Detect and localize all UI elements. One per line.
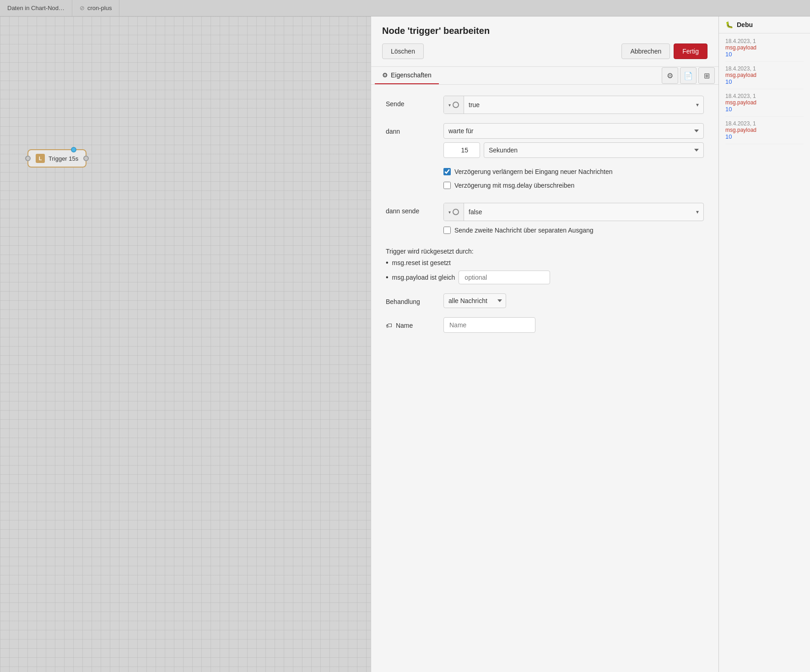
sende-row: Sende ▾ true false ▾: [386, 96, 704, 114]
debug-entries: 18.4.2023, 1 msg.payload 10 18.4.2023, 1…: [719, 33, 810, 149]
node-port-left: [25, 156, 31, 161]
checkbox1-row: Verzögerung verlängern bei Eingang neuer…: [443, 168, 704, 175]
panel-body: Sende ▾ true false ▾: [371, 85, 718, 672]
optional-input[interactable]: [459, 271, 550, 284]
debug-icon: 🐛: [725, 21, 733, 28]
behandlung-label: Behandlung: [386, 293, 436, 305]
debug-key-1: msg.payload: [725, 72, 804, 78]
panel-header: Node 'trigger' bearbeiten Löschen Abbrec…: [371, 16, 718, 67]
debug-key-3: msg.payload: [725, 127, 804, 133]
node-icon: L: [36, 154, 45, 163]
delay-number-input[interactable]: [443, 142, 480, 158]
dann-sende-prefix[interactable]: ▾: [444, 203, 464, 221]
reset-item2: msg.payload ist gleich: [386, 271, 704, 284]
second-msg-checkbox[interactable]: [443, 227, 451, 234]
name-control: [443, 317, 704, 333]
tab-icons: ⚙ 📄 ⊞: [662, 67, 715, 84]
behandlung-select-wrapper: alle Nachricht letzte Nachricht erste Na…: [443, 293, 506, 308]
debug-value-2: 10: [725, 106, 804, 113]
tab-cron[interactable]: ⊘ cron-plus: [72, 0, 119, 16]
dann-sende-row: dann sende ▾ false true ▾: [386, 203, 704, 238]
override-delay-label[interactable]: Verzögerung mit msg.delay überschreiben: [454, 182, 574, 189]
grid-tab-btn[interactable]: ⊞: [698, 67, 715, 84]
save-button[interactable]: Fertig: [674, 43, 707, 59]
eigenschaften-gear-icon: ⚙: [382, 71, 388, 79]
dann-select[interactable]: warte für sofort nach: [443, 123, 704, 139]
checkboxes-block: Verzögerung verlängern bei Eingang neuer…: [443, 163, 704, 194]
node-port-right: [83, 156, 89, 161]
dann-sende-select[interactable]: false true: [464, 203, 691, 221]
tag-icon: 🏷: [386, 322, 392, 329]
extend-delay-checkbox[interactable]: [443, 168, 451, 175]
debug-key-2: msg.payload: [725, 99, 804, 106]
cancel-button[interactable]: Abbrechen: [621, 43, 670, 59]
debug-value-3: 10: [725, 133, 804, 140]
tab-chart[interactable]: Daten in Chart-Nod…: [0, 0, 72, 16]
second-msg-label[interactable]: Sende zweite Nachricht über separaten Au…: [454, 227, 594, 234]
behandlung-control: alle Nachricht letzte Nachricht erste Na…: [443, 293, 704, 308]
dann-sende-label: dann sende: [386, 203, 436, 215]
dann-sende-circle-icon: [453, 209, 459, 215]
sende-arrow-icon: ▾: [448, 103, 451, 108]
dann-control: warte für sofort nach Sekunden Minuten S…: [443, 123, 704, 194]
tab-cron-label: cron-plus: [87, 5, 112, 11]
checkbox3-row: Sende zweite Nachricht über separaten Au…: [443, 227, 704, 234]
unit-select[interactable]: Sekunden Minuten Stunden Millisekunden: [484, 142, 704, 158]
node-label: Trigger 15s: [49, 155, 78, 162]
reset-item1-text: msg.reset ist gesetzt: [392, 259, 451, 266]
dann-label: dann: [386, 123, 436, 135]
sende-select[interactable]: true false: [464, 96, 691, 114]
trigger-node[interactable]: L Trigger 15s: [27, 149, 86, 168]
sende-label: Sende: [386, 96, 436, 108]
debug-value-1: 10: [725, 78, 804, 85]
debug-entry-0: 18.4.2023, 1 msg.payload 10: [725, 38, 804, 62]
panel-title: Node 'trigger' bearbeiten: [382, 26, 707, 36]
behandlung-select[interactable]: alle Nachricht letzte Nachricht erste Na…: [444, 294, 506, 308]
trigger-reset-title: Trigger wird rückgesetzt durch:: [386, 248, 704, 255]
debug-entry-3: 18.4.2023, 1 msg.payload 10: [725, 120, 804, 144]
extend-delay-label[interactable]: Verzögerung verlängern bei Eingang neuer…: [454, 168, 613, 175]
sende-select-wrapper: ▾ true false ▾: [443, 96, 704, 114]
reset-item2-text: msg.payload ist gleich: [392, 274, 455, 281]
cron-disabled-icon: ⊘: [80, 5, 85, 11]
tab-eigenschaften-label: Eigenschaften: [391, 71, 432, 79]
debug-panel: 🐛 Debu 18.4.2023, 1 msg.payload 10 18.4.…: [718, 16, 810, 672]
checkbox2-row: Verzögerung mit msg.delay überschreiben: [443, 182, 704, 189]
panel-tabs: ⚙ Eigenschaften ⚙ 📄 ⊞: [371, 67, 718, 85]
debug-timestamp-0: 18.4.2023, 1: [725, 38, 804, 44]
main-layout: L Trigger 15s Node 'trigger' bearbeiten …: [0, 16, 810, 672]
name-row: 🏷 Name: [386, 317, 704, 333]
node-port-top: [71, 147, 76, 152]
panel-actions: Löschen Abbrechen Fertig: [382, 43, 707, 59]
sende-control: ▾ true false ▾: [443, 96, 704, 114]
doc-tab-btn[interactable]: 📄: [680, 67, 697, 84]
trigger-reset-section: Trigger wird rückgesetzt durch: msg.rese…: [386, 248, 704, 284]
reset-item1: msg.reset ist gesetzt: [386, 259, 704, 267]
behandlung-row: Behandlung alle Nachricht letzte Nachric…: [386, 293, 704, 308]
dann-sende-dropdown-arrow: ▾: [691, 209, 703, 215]
dann-sende-select-wrapper: ▾ false true ▾: [443, 203, 704, 221]
sende-prefix[interactable]: ▾: [444, 96, 464, 114]
name-label: 🏷 Name: [386, 317, 436, 329]
canvas-area[interactable]: L Trigger 15s: [0, 16, 371, 672]
tab-bar: Daten in Chart-Nod… ⊘ cron-plus: [0, 0, 810, 16]
tab-chart-label: Daten in Chart-Nod…: [7, 5, 65, 11]
debug-timestamp-3: 18.4.2023, 1: [725, 120, 804, 127]
name-input[interactable]: [443, 317, 535, 333]
debug-header: 🐛 Debu: [719, 16, 810, 33]
settings-tab-btn[interactable]: ⚙: [662, 67, 678, 84]
reset-list: msg.reset ist gesetzt msg.payload ist gl…: [386, 259, 704, 284]
tab-eigenschaften[interactable]: ⚙ Eigenschaften: [375, 67, 439, 84]
delete-button[interactable]: Löschen: [382, 43, 424, 59]
debug-value-0: 10: [725, 51, 804, 58]
sende-dropdown-arrow: ▾: [691, 102, 703, 108]
debug-timestamp-2: 18.4.2023, 1: [725, 93, 804, 99]
dann-sende-arrow-icon: ▾: [448, 210, 451, 215]
dann-row: dann warte für sofort nach Sekunden Minu…: [386, 123, 704, 194]
debug-timestamp-1: 18.4.2023, 1: [725, 65, 804, 72]
debug-key-0: msg.payload: [725, 44, 804, 51]
debug-entry-1: 18.4.2023, 1 msg.payload 10: [725, 65, 804, 89]
override-delay-checkbox[interactable]: [443, 182, 451, 189]
sende-circle-icon: [453, 102, 459, 108]
debug-header-text: Debu: [737, 21, 753, 28]
